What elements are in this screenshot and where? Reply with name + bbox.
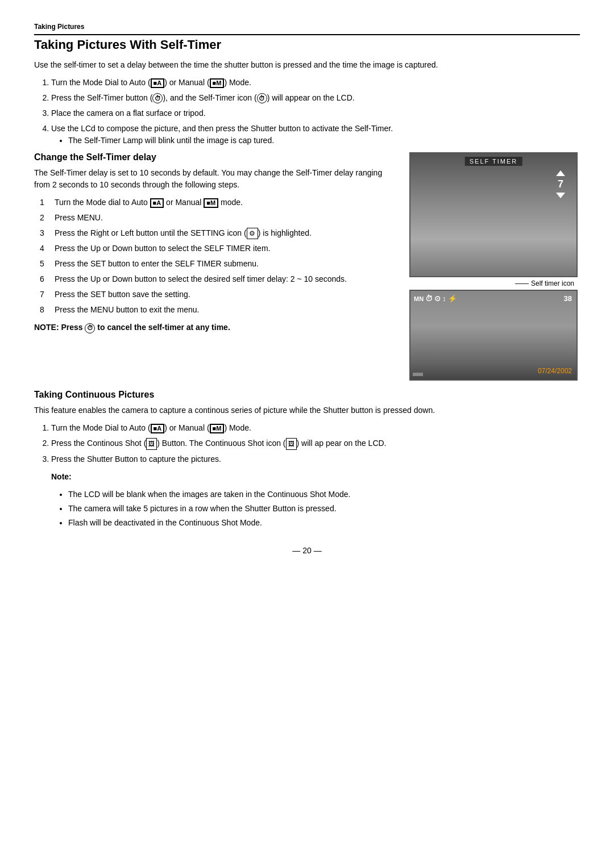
- change-step-3: 3 Press the Right or Left button until t…: [40, 227, 398, 239]
- page-title: Taking Pictures With Self-Timer: [34, 37, 580, 52]
- note-bullets-list: The LCD will be blank when the images ar…: [68, 489, 580, 529]
- change-desc: The Self-Timer delay is set to 10 second…: [34, 167, 398, 191]
- hud-mn-icon: MN: [414, 295, 424, 302]
- camera-date: 07/24/2002: [538, 367, 572, 375]
- camera-screen-bottom: MN ⏱ ⊙ ↕ ⚡ 38 07/24/2002: [409, 290, 578, 381]
- right-column: SELF TIMER 7 Self timer icon MN ⏱ ⊙ ↕ ⚡ …: [409, 152, 580, 381]
- hud-arrow-sym: ↕: [442, 294, 446, 303]
- continuous-step-1: Turn the Mode Dial to Auto (■A) or Manua…: [51, 422, 580, 434]
- self-timer-screen-label: SELF TIMER: [465, 157, 522, 166]
- manual-mode-icon-3: ■M: [210, 424, 225, 433]
- change-subtitle: Change the Self-Timer delay: [34, 152, 398, 162]
- auto-mode-icon-2: ■A: [150, 198, 164, 208]
- camera-hud: MN ⏱ ⊙ ↕ ⚡: [414, 294, 457, 303]
- self-timer-button-icon: ⏱: [152, 93, 163, 103]
- manual-mode-icon-2: ■M: [204, 198, 218, 208]
- intro-steps-list: Turn the Mode Dial to Auto (■A) or Manua…: [51, 77, 580, 147]
- change-step-4: 4 Press the Up or Down button to select …: [40, 243, 398, 254]
- camera-sky-background: [410, 153, 576, 276]
- intro-step-1: Turn the Mode Dial to Auto (■A) or Manua…: [51, 77, 580, 89]
- change-steps-list: 1 Turn the Mode dial to Auto ■A or Manua…: [40, 197, 398, 316]
- change-step-1: 1 Turn the Mode dial to Auto ■A or Manua…: [40, 197, 398, 208]
- note-bullet-3: Flash will be deactivated in the Continu…: [68, 517, 580, 529]
- auto-mode-icon: ■A: [151, 78, 165, 88]
- camera-hud-right: 38: [564, 294, 572, 303]
- auto-mode-icon-3: ■A: [151, 424, 165, 433]
- continuous-shot-icon-1: 🖼: [146, 438, 157, 450]
- change-step-8: 8 Press the MENU button to exit the menu…: [40, 304, 398, 316]
- change-step-5: 5 Press the SET button to enter the SELF…: [40, 258, 398, 270]
- self-timer-icon: ⏱: [257, 93, 267, 103]
- camera-battery-bar: [413, 373, 423, 376]
- note-bullet-1: The LCD will be blank when the images ar…: [68, 489, 580, 500]
- intro-step-3: Place the camera on a flat surface or tr…: [51, 107, 580, 119]
- settings-icon: ⚙: [247, 228, 258, 239]
- continuous-desc: This feature enables the camera to captu…: [34, 404, 580, 416]
- hud-flash-sym: ⚡: [448, 294, 457, 303]
- page-footer: — 20 —: [34, 546, 580, 555]
- timer-arrow-up-icon: [556, 170, 565, 176]
- continuous-shot-icon-2: 🖼: [286, 438, 297, 450]
- intro-step-4-bullets: The Self-Timer Lamp will blink until the…: [68, 135, 580, 147]
- intro-step-4: Use the LCd to compose the picture, and …: [51, 123, 580, 147]
- page-number: — 20 —: [292, 546, 321, 555]
- hud-timer-sym: ⏱: [425, 294, 433, 303]
- timer-arrow-down-icon: [556, 193, 565, 198]
- continuous-steps-list: Turn the Mode Dial to Auto (■A) or Manua…: [51, 422, 580, 465]
- manual-mode-icon: ■M: [210, 78, 225, 88]
- camera-bottom-sky-background: [410, 291, 576, 379]
- note-label: Note:: [51, 472, 72, 481]
- intro-text: Use the self-timer to set a delay betwee…: [34, 59, 580, 71]
- cancel-timer-icon: ⏱: [85, 323, 95, 333]
- bullet-lamp: The Self-Timer Lamp will blink until the…: [68, 135, 580, 147]
- note-bullet-2: The camera will take 5 pictures in a row…: [68, 503, 580, 515]
- main-layout: Change the Self-Timer delay The Self-Tim…: [34, 152, 580, 381]
- left-column: Change the Self-Timer delay The Self-Tim…: [34, 152, 398, 381]
- change-step-6: 6 Press the Up or Down button to select …: [40, 273, 398, 285]
- intro-step-2: Press the Self-Timer button (⏱), and the…: [51, 92, 580, 104]
- hud-circle-sym: ⊙: [434, 294, 441, 303]
- self-timer-icon-label: Self timer icon: [409, 279, 580, 287]
- continuous-subtitle: Taking Continuous Pictures: [34, 390, 580, 400]
- timer-number: 7: [558, 178, 563, 190]
- breadcrumb: Taking Pictures: [34, 23, 580, 31]
- continuous-step-3: Press the Shutter Button to capture the …: [51, 453, 580, 465]
- note-cancel: NOTE: Press ⏱ to cancel the self-timer a…: [34, 322, 398, 333]
- camera-screen-top: SELF TIMER 7: [409, 152, 578, 277]
- timer-controls: 7: [556, 170, 565, 198]
- change-step-2: 2 Press MENU.: [40, 212, 398, 224]
- continuous-step-2: Press the Continous Shot (🖼) Button. The…: [51, 437, 580, 450]
- change-step-7: 7 Press the SET button save the setting.: [40, 289, 398, 301]
- note-section: Note: The LCD will be blank when the ima…: [51, 471, 580, 529]
